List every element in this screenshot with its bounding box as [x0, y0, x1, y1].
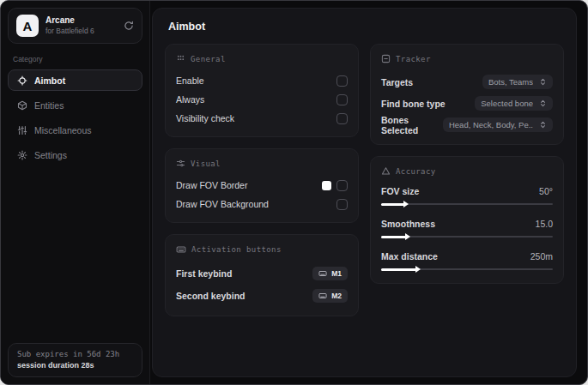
- keybind-value: M2: [331, 292, 342, 300]
- slider-value: 50°: [539, 186, 553, 196]
- slider-row: Smoothness 15.0: [381, 216, 553, 240]
- chevrons-up-down-icon: [539, 78, 547, 86]
- section-title: Visual: [191, 159, 221, 168]
- box-minus-icon: [381, 54, 391, 63]
- max-distance-slider[interactable]: [381, 266, 553, 273]
- fov-size-slider[interactable]: [381, 201, 553, 208]
- subscription-card: Sub expires in 56d 23h session duration …: [8, 343, 142, 377]
- dropdown-value: Selected bone: [481, 99, 533, 108]
- setting-row: Bones Selected Head, Neck, Body, Pe..: [381, 114, 553, 135]
- sidebar-item-label: Settings: [34, 150, 67, 160]
- section-title: Accuracy: [396, 167, 436, 176]
- sidebar-item-entities[interactable]: Entities: [8, 94, 142, 116]
- category-label: Category: [13, 55, 137, 63]
- keybind-value: M1: [331, 269, 342, 278]
- slider-thumb[interactable]: [403, 201, 409, 208]
- first-keybind-button[interactable]: M1: [312, 267, 348, 280]
- sidebar-item-settings[interactable]: Settings: [8, 144, 142, 165]
- app-logo: A: [16, 15, 39, 37]
- draw-fov-background-checkbox[interactable]: [336, 199, 348, 210]
- subscription-expiry: Sub expires in 56d 23h: [17, 350, 133, 358]
- logo-letter: A: [23, 19, 33, 33]
- visibility-check-checkbox[interactable]: [336, 113, 348, 124]
- fov-border-color-swatch[interactable]: [322, 181, 331, 190]
- app-name: Arcane: [45, 15, 117, 27]
- slider-value: 15.0: [536, 219, 553, 229]
- setting-row: Draw FOV Border: [176, 176, 348, 195]
- keyboard-icon: [176, 244, 186, 255]
- sidebar-nav: Aimbot Entities Miscellaneous: [8, 69, 142, 169]
- triangle-icon: [381, 166, 391, 176]
- page-title: Aimbot: [168, 21, 561, 33]
- visual-card: Visual Draw FOV Border Draw FOV Backgrou…: [165, 148, 359, 223]
- bones-selected-dropdown[interactable]: Head, Neck, Body, Pe..: [443, 117, 553, 132]
- sidebar-item-label: Entities: [34, 100, 64, 111]
- chevrons-up-down-icon: [539, 121, 547, 129]
- grip-dots-icon: [176, 54, 185, 63]
- dropdown-value: Bots, Teams: [488, 77, 533, 87]
- setting-row: Always: [176, 90, 348, 109]
- section-title: General: [191, 55, 226, 63]
- find-bone-type-dropdown[interactable]: Selected bone: [475, 96, 553, 111]
- accuracy-card: Accuracy FOV size 50°: [370, 156, 564, 284]
- enable-checkbox[interactable]: [336, 75, 348, 87]
- setting-row: Targets Bots, Teams: [381, 71, 553, 93]
- brand-card: A Arcane for Battlefield 6: [8, 8, 142, 44]
- chevrons-up-down-icon: [539, 99, 547, 107]
- keyboard-icon: [318, 292, 327, 300]
- setting-row: First keybind M1: [176, 262, 348, 285]
- slider-row: FOV size 50°: [381, 183, 553, 208]
- setting-row: Visibility check: [176, 109, 348, 128]
- sidebar: A Arcane for Battlefield 6 Category: [1, 1, 150, 384]
- setting-row: Enable: [176, 71, 348, 90]
- section-title: Tracker: [396, 55, 431, 63]
- sidebar-item-label: Aimbot: [34, 75, 65, 86]
- second-keybind-button[interactable]: M2: [312, 289, 348, 303]
- cube-icon: [17, 100, 27, 111]
- app-subtitle: for Battlefield 6: [45, 27, 117, 36]
- refresh-icon[interactable]: [124, 21, 134, 31]
- main-panel: Aimbot General: [152, 8, 577, 377]
- sidebar-item-aimbot[interactable]: Aimbot: [8, 69, 142, 91]
- crosshair-icon: [17, 75, 27, 86]
- slider-row: Max distance 250m: [381, 249, 553, 273]
- sliders-icon: [17, 125, 27, 135]
- setting-row: Second keybind M2: [176, 285, 348, 307]
- setting-row: Draw FOV Background: [176, 195, 348, 214]
- general-card: General Enable Always Visibility check: [165, 44, 359, 137]
- gear-icon: [17, 150, 27, 160]
- targets-dropdown[interactable]: Bots, Teams: [482, 75, 553, 89]
- app-window: A Arcane for Battlefield 6 Category: [0, 0, 588, 385]
- slider-thumb[interactable]: [415, 266, 421, 273]
- main-area: Aimbot General: [150, 1, 587, 384]
- setting-row: Find bone type Selected bone: [381, 93, 553, 114]
- section-title: Activation buttons: [191, 245, 282, 254]
- sidebar-item-miscellaneous[interactable]: Miscellaneous: [8, 119, 142, 141]
- activation-card: Activation buttons First keybind M1: [165, 234, 359, 316]
- draw-fov-border-checkbox[interactable]: [336, 180, 348, 191]
- sidebar-item-label: Miscellaneous: [34, 125, 92, 135]
- session-duration: session duration 28s: [17, 361, 133, 370]
- horizontal-sliders-icon: [176, 159, 185, 168]
- slider-thumb[interactable]: [405, 233, 410, 240]
- dropdown-value: Head, Neck, Body, Pe..: [449, 120, 533, 129]
- smoothness-slider[interactable]: [381, 233, 553, 240]
- keyboard-icon: [318, 269, 327, 278]
- slider-value: 250m: [530, 251, 553, 262]
- tracker-card: Tracker Targets Bots, Teams: [370, 44, 564, 145]
- always-checkbox[interactable]: [336, 94, 348, 105]
